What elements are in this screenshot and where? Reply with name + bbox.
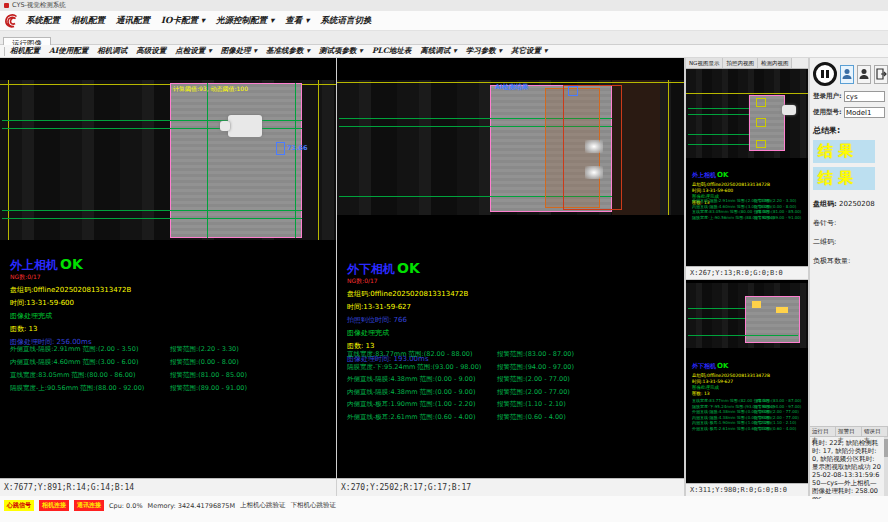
log-panel: 运行日志报警日志错误日志 耗时: 222, 缺陷检测耗时: 17, 缺陷分类耗时… — [810, 426, 888, 496]
ng-image-lower[interactable] — [686, 283, 808, 348]
measurement-value: 隔膜宽度-上:90.56mm 范围:(88.00 - 92.00) — [10, 382, 170, 395]
barcode-line: 盘组码:0ffline2025020813313472B — [347, 289, 468, 299]
toolbar-item[interactable]: 学习参数 ▾ — [466, 46, 502, 56]
measurement-row: 直线宽度:83.05mm 范围:(80.00 - 86.00)报警范围:(81.… — [692, 205, 807, 211]
measurement-row: 内侧直线-隔膜:4.38mm 范围:(0.00 - 9.00)报警范围:(2.0… — [347, 383, 682, 396]
menu-item[interactable]: 查看 ▾ — [285, 15, 309, 27]
log-scrollbar-thumb[interactable] — [884, 439, 888, 457]
user-icon — [859, 68, 869, 80]
control-button-row — [810, 58, 888, 86]
overlay-yellow-mark — [752, 301, 761, 308]
login-user-input[interactable] — [844, 91, 885, 102]
needle-label: 卷针号: — [813, 218, 888, 228]
measurement-row: 外侧直线-极耳:2.61mm 范围:(0.60 - 4.00)报警范围:(0.6… — [692, 422, 807, 428]
window-titlebar: CYS-视觉检测系统 — [0, 0, 888, 11]
ng-counter: NG数:0/17 — [347, 277, 468, 286]
toolbar-item[interactable]: AI使用配置 — [49, 46, 88, 56]
menu-item[interactable]: 通讯配置 — [116, 15, 150, 27]
toolbar-item[interactable]: 点检设置 ▾ — [175, 46, 211, 56]
measurement-row: 隔膜宽度-上:90.56mm 范围:(88.00 - 92.00)报警范围:(8… — [692, 211, 807, 217]
overlay-yellow-line — [318, 80, 319, 240]
toolbar-item[interactable]: 高级设置 — [136, 46, 166, 56]
alarm-range: 报警范围:(0.60 - 4.00) — [497, 413, 566, 421]
overlay-tab-probe — [228, 115, 262, 137]
overlay-green-line — [2, 218, 302, 219]
status-ok: OK — [397, 260, 420, 276]
toolbar-item[interactable]: 图像处理 ▾ — [221, 46, 257, 56]
ng-image-upper[interactable] — [686, 69, 808, 158]
window-title: CYS-视觉检测系统 — [12, 0, 66, 11]
user-icon — [842, 68, 852, 80]
time-line: 时间:13-31-59-600 — [692, 188, 770, 193]
toolbar-item[interactable]: 基准线参数 ▾ — [266, 46, 310, 56]
user-login-button[interactable] — [840, 65, 854, 84]
alarm-range: 报警范围:(0.60 - 4.00) — [754, 426, 796, 431]
overlay-yellow-mark — [776, 307, 788, 313]
toolbar-item[interactable]: 相机配置 — [10, 46, 40, 56]
measurement-row: 外侧直线-隔膜:2.91mm 范围:(2.00 - 3.50)报警范围:(2.2… — [10, 339, 334, 352]
menu-item[interactable]: 相机配置 — [71, 15, 105, 27]
barcode-line: 盘组码:0ffline2025020813313472B — [692, 373, 770, 378]
toolbar-item[interactable]: 其它设置 ▾ — [511, 46, 547, 56]
document-tab-row: 运行图像 — [0, 31, 888, 45]
result-badge-upper: 结果 — [813, 140, 875, 163]
ng-view-lower[interactable]: 外下相机OK 盘组码:0ffline2025020813313472B 时间:1… — [686, 280, 808, 496]
overlay-green-line — [688, 144, 749, 145]
toolbar-item[interactable]: PLC地址表 — [372, 46, 411, 56]
camera-view-lower[interactable]: AI检测结果 外下相机OK NG数:0/17 盘组码:0ffline202502… — [337, 58, 684, 496]
overlay-tab-highlight — [585, 140, 603, 153]
login-user-label: 登录用户: — [813, 92, 844, 101]
ng-view-tab[interactable]: NG视图显示 — [686, 58, 723, 68]
overlay-blue-marker — [276, 142, 285, 155]
ng-view-upper[interactable]: NG视图显示拍照内视图检测内视图 外上相机OK 盘组码:0ffline20250… — [686, 58, 808, 279]
log-scrollbar[interactable] — [884, 437, 888, 496]
pause-button[interactable] — [813, 62, 837, 86]
time-line: 时间:13-31-59-627 — [692, 379, 770, 384]
camera-image-lower[interactable]: AI检测结果 — [337, 80, 684, 215]
upper-camera-heartbeat: 上相机心跳验证 — [240, 501, 286, 510]
camera-view-upper[interactable]: 计算阈值:93, 动态阈值:100 73.66 外上相机OK NG数:0/17 … — [0, 58, 336, 496]
menu-items: 系统配置相机配置通讯配置IO卡配置 ▾光源控制配置 ▾查看 ▾系统语言切换 — [26, 15, 383, 27]
overlay-green-line — [688, 114, 749, 115]
logout-button[interactable] — [874, 65, 888, 84]
process-done-line: 图像处理完成 — [347, 328, 468, 338]
measurement-row: 隔膜宽度-下:95.24mm 范围:(93.00 - 98.00)报警范围:(9… — [347, 358, 682, 371]
time-line: 时间:13-31-59-600 — [10, 298, 131, 308]
toolbar-item[interactable]: 离线调试 ▾ — [420, 46, 456, 56]
overlay-blue-marker — [568, 86, 578, 96]
ng-measurement-rows-upper: 外侧直线-隔膜:2.91mm 范围:(2.00 - 3.50)报警范围:(2.2… — [692, 194, 807, 216]
measurement-value: 外侧直线-极耳:2.61mm 范围:(0.60 - 4.00) — [692, 426, 754, 432]
toolbar-item[interactable]: 测试项参数 ▾ — [319, 46, 363, 56]
camera-image-upper[interactable]: 计算阈值:93, 动态阈值:100 73.66 — [0, 80, 336, 240]
ng-view-tab[interactable]: 检测内视图 — [758, 58, 793, 68]
pause-icon — [826, 70, 829, 78]
toolbar-item[interactable]: 相机调试 — [97, 46, 127, 56]
overlay-green-line — [2, 210, 302, 211]
measurement-row: 直线宽度:83.77mm 范围:(82.00 - 88.00)报警范围:(83.… — [347, 345, 682, 358]
camera-name: 外上相机 — [10, 258, 58, 272]
overlay-yellow-roi — [756, 140, 766, 148]
model-input[interactable] — [844, 107, 885, 118]
status-ok: OK — [717, 171, 728, 179]
measurement-row: 外侧直线-极耳:2.61mm 范围:(0.60 - 4.00)报警范围:(0.6… — [347, 408, 682, 421]
log-tab[interactable]: 报警日志 — [836, 427, 862, 436]
toolbar-grip-handle[interactable] — [4, 47, 5, 56]
menu-item[interactable]: 系统语言切换 — [321, 15, 372, 27]
heartbeat-badge: 心跳信号 — [4, 500, 34, 511]
overlay-green-line — [688, 318, 745, 319]
status-ok: OK — [60, 256, 83, 272]
qr-label: 二维码: — [813, 237, 888, 247]
log-tab[interactable]: 错误日志 — [862, 427, 888, 436]
measure-annotation: 73.66 — [287, 144, 308, 152]
ng-view-tab[interactable]: 拍照内视图 — [723, 58, 758, 68]
status-ok: OK — [717, 362, 728, 370]
menu-item[interactable]: IO卡配置 ▾ — [161, 15, 205, 27]
camera-name: 外上相机 — [692, 171, 716, 178]
alarm-range: 报警范围:(83.00 - 87.00) — [497, 350, 574, 358]
menu-item[interactable]: 光源控制配置 ▾ — [216, 15, 274, 27]
menu-item[interactable]: 系统配置 — [26, 15, 60, 27]
app-icon — [4, 3, 9, 8]
log-tab[interactable]: 运行日志 — [810, 427, 836, 436]
user-manage-button[interactable] — [857, 65, 871, 84]
overlay-tab-probe-tip — [220, 121, 230, 131]
